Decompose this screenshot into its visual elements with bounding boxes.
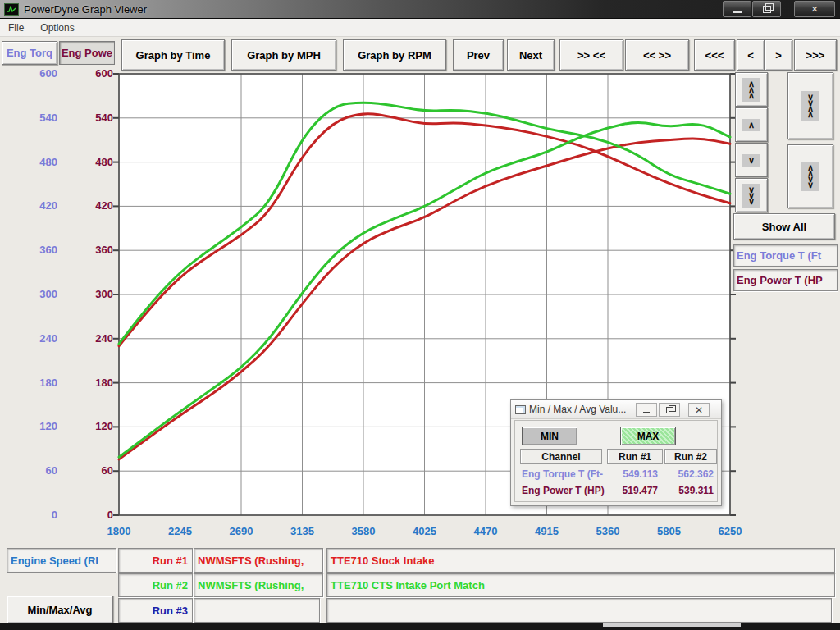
zoom-in-x-button[interactable]: >> << [559, 39, 623, 71]
run2-name-button[interactable]: Run #2 [118, 573, 193, 597]
x-axis-tick-label: 4915 [521, 525, 573, 538]
y-axis-tick-label: 120 [8, 419, 57, 434]
x-axis-tick-label: 3580 [337, 525, 390, 538]
y-axis-tick-label: 480 [64, 155, 113, 170]
close-icon: ✕ [695, 404, 703, 416]
minmax-window-icon [515, 405, 526, 414]
scroll-right-button[interactable]: > [765, 39, 792, 71]
minmax-minimize-button[interactable] [636, 403, 657, 417]
y-axis-tick-label: 120 [64, 419, 113, 434]
show-all-button[interactable]: Show All [733, 213, 835, 240]
y-axis-tick-label: 60 [8, 463, 57, 478]
x-axis-tick-label: 2245 [154, 525, 207, 538]
close-icon: ✕ [810, 4, 818, 15]
run2-description-field[interactable]: TTE710 CTS Intake Port Match [326, 573, 835, 597]
close-button[interactable]: ✕ [794, 1, 835, 17]
y-axis-tick-label: 420 [8, 199, 57, 213]
restore-button[interactable] [752, 1, 781, 17]
run1-name-button[interactable]: Run #1 [118, 548, 193, 573]
y-axis-tick-label: 0 [64, 508, 113, 523]
y-axis-tick-label: 180 [8, 376, 57, 390]
power-channel-label[interactable]: Eng Power T (HP [733, 269, 838, 291]
minmax-close-button[interactable]: ✕ [688, 403, 710, 417]
column-header-run1[interactable]: Run #1 [607, 449, 663, 464]
triple-down-chevron-icon: ∨ ∨ ∨ [742, 184, 760, 208]
scroll-left-button[interactable]: < [737, 39, 765, 71]
y-axis-tick-label: 360 [8, 243, 57, 258]
graph-by-mph-button[interactable]: Graph by MPH [231, 39, 336, 71]
y-axis-tick-label: 360 [64, 243, 113, 258]
y-axis-tick-label: 240 [64, 331, 113, 346]
run2-file-field[interactable]: NWMSFTS (Rushing, [194, 573, 323, 597]
run3-name-button[interactable]: Run #3 [118, 598, 193, 623]
y-axis-tick-label: 600 [64, 66, 113, 81]
y-axis-tick-label: 420 [64, 199, 113, 213]
column-header-run2[interactable]: Run #2 [664, 449, 717, 464]
x-axis-tick-label: 3135 [276, 525, 329, 538]
zoom-out-x-button[interactable]: << >> [625, 39, 689, 71]
run3-description-field[interactable] [326, 598, 832, 623]
minmax-title-bar[interactable]: Min / Max / Avg Valu... ✕ [511, 400, 721, 419]
row-power-channel: Eng Power T (HP) [522, 485, 612, 498]
x-axis-tick-label: 5805 [643, 525, 696, 538]
channel-button-torque[interactable]: Eng Torq [2, 41, 57, 65]
y-axis-tick-label: 540 [8, 111, 57, 126]
x-axis-tick-label: 5360 [582, 525, 634, 538]
minimize-icon [733, 11, 742, 13]
minmax-values-window: Min / Max / Avg Valu... ✕ MIN MAX Channe… [510, 399, 722, 506]
y-axis-tick-label: 300 [8, 287, 57, 302]
row-power-run1-value: 519.477 [607, 485, 658, 498]
restore-icon [666, 407, 673, 413]
triple-up-chevron-icon: ∧ ∧ ∧ [742, 78, 760, 102]
min-tab-button[interactable]: MIN [522, 427, 578, 445]
minmax-restore-button[interactable] [659, 403, 680, 417]
minimize-button[interactable] [723, 1, 751, 17]
scroll-down-fast-button[interactable]: ∨ ∨ ∨ [735, 178, 768, 212]
y-axis-tick-label: 480 [8, 155, 57, 170]
y-axis-tick-label: 600 [8, 66, 57, 81]
x-axis-tick-label: 1800 [93, 525, 145, 538]
scroll-up-button[interactable]: ∧ [735, 107, 768, 142]
minmaxavg-button[interactable]: Min/Max/Avg [7, 596, 113, 623]
channel-button-power[interactable]: Eng Powe [59, 41, 115, 65]
run3-file-field[interactable] [194, 598, 320, 623]
powerdyne-window: PowerDyne Graph Viewer ✕ File Options En… [0, 0, 840, 630]
menu-bar: File Options [0, 19, 840, 37]
next-button[interactable]: Next [507, 39, 555, 71]
y-axis-tick-label: 540 [64, 111, 113, 126]
minimize-icon [643, 412, 650, 413]
restore-icon [763, 6, 771, 13]
y-axis-tick-label: 300 [64, 287, 113, 302]
graph-by-time-button[interactable]: Graph by Time [121, 39, 225, 71]
row-power-run2-value: 539.311 [664, 485, 714, 498]
app-icon [4, 3, 19, 16]
y-axis-tick-label: 240 [8, 331, 57, 346]
run1-file-field[interactable]: NWMSFTS (Rushing, [194, 548, 323, 573]
run1-description-field[interactable]: TTE710 Stock Intake [326, 548, 835, 573]
scroll-far-left-button[interactable]: <<< [694, 39, 735, 71]
y-axis-tick-label: 180 [64, 376, 113, 390]
torque-channel-label[interactable]: Eng Torque T (Ft [733, 244, 838, 267]
max-tab-button[interactable]: MAX [620, 427, 676, 445]
row-torque-run1-value: 549.113 [607, 468, 658, 482]
down-chevron-icon: ∨ [742, 154, 760, 167]
expand-y-button[interactable]: ∧ ∧ ∨ ∨ [788, 144, 833, 208]
row-torque-channel: Eng Torque T (Ft- [522, 468, 612, 482]
y-axis-tick-label: 60 [64, 463, 113, 478]
x-axis-tick-label: 4470 [459, 525, 512, 538]
column-header-channel[interactable]: Channel [520, 449, 602, 464]
minmax-body: MIN MAX Channel Run #1 Run #2 Eng Torque… [514, 420, 718, 502]
window-bottom-notch [603, 623, 741, 627]
graph-by-rpm-button[interactable]: Graph by RPM [343, 39, 446, 71]
menu-options[interactable]: Options [32, 19, 82, 36]
scroll-up-fast-button[interactable]: ∧ ∧ ∧ [735, 72, 768, 107]
scroll-far-right-button[interactable]: >>> [794, 39, 837, 71]
compress-y-button[interactable]: ∨ ∨ ∧ ∧ [788, 72, 833, 139]
prev-button[interactable]: Prev [453, 39, 504, 71]
title-bar[interactable]: PowerDyne Graph Viewer ✕ [0, 0, 840, 19]
x-axis-tick-label: 4025 [399, 525, 451, 538]
minmax-window-title: Min / Max / Avg Valu... [529, 404, 626, 415]
menu-file[interactable]: File [0, 19, 32, 36]
x-channel-button[interactable]: Engine Speed (RI [7, 548, 116, 573]
scroll-down-button[interactable]: ∨ [735, 143, 768, 177]
